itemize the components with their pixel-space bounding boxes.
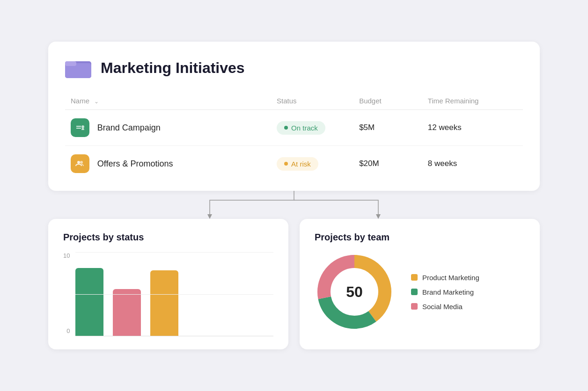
table-row: Offers & Promotions At risk $20M 8 weeks	[65, 146, 523, 182]
row-name-cell: Offers & Promotions	[65, 146, 271, 182]
col-time: Time Remaining	[422, 92, 523, 110]
bar-pink	[113, 289, 141, 336]
connector	[48, 191, 540, 219]
row1-status-cell: On track	[271, 110, 353, 146]
row2-status-cell: At risk	[271, 146, 353, 182]
status-dot-green	[284, 126, 288, 130]
col-budget: Budget	[353, 92, 422, 110]
sort-icon[interactable]: ⌄	[94, 98, 99, 105]
svg-rect-2	[65, 61, 76, 66]
top-card: Marketing Initiatives Name ⌄ Status Budg…	[48, 42, 540, 191]
col-name: Name ⌄	[65, 92, 271, 110]
table-row: Brand Campaign On track $5M 12 weeks	[65, 110, 523, 146]
legend-dot-pink	[411, 303, 418, 310]
connector-svg	[154, 191, 434, 219]
donut-area: 50 Product Marketing Brand Marketing Soc…	[315, 252, 525, 332]
donut-chart-title: Projects by team	[315, 232, 525, 243]
bottom-row: Projects by status 10 0 Project	[48, 219, 540, 349]
status-badge-on-track: On track	[277, 121, 325, 135]
legend-label-brand-marketing: Brand Marketing	[422, 288, 474, 296]
row1-time: 12 weeks	[422, 110, 523, 146]
legend-dot-green	[411, 289, 418, 295]
row2-time: 8 weeks	[422, 146, 523, 182]
legend-item-social-media: Social Media	[411, 303, 479, 311]
offers-promotions-icon	[71, 154, 89, 173]
donut-chart-card: Projects by team 50	[300, 219, 540, 349]
page-title: Marketing Initiatives	[101, 59, 245, 77]
row-name-cell: Brand Campaign	[65, 110, 271, 146]
bar-chart-card: Projects by status 10 0	[48, 219, 288, 349]
svg-point-3	[81, 125, 84, 128]
bar-green	[75, 268, 103, 336]
grid-line-mid	[75, 294, 273, 295]
legend-label-product-marketing: Product Marketing	[422, 274, 479, 282]
bar-chart-area: 10 0	[63, 252, 273, 336]
bar-orange	[150, 270, 178, 336]
row2-budget: $20M	[353, 146, 422, 182]
bar-chart-inner	[75, 252, 273, 336]
legend-dot-orange	[411, 274, 418, 281]
donut-center-value: 50	[346, 283, 363, 301]
donut-container: 50	[315, 252, 394, 332]
legend-label-social-media: Social Media	[422, 303, 463, 311]
svg-point-5	[80, 161, 83, 164]
grid-line-top	[75, 252, 273, 253]
bar-chart-y-labels: 10 0	[63, 252, 70, 336]
folder-icon	[65, 55, 91, 81]
row2-name: Offers & Promotions	[97, 159, 173, 168]
svg-point-4	[77, 161, 80, 164]
row1-budget: $5M	[353, 110, 422, 146]
row1-name: Brand Campaign	[97, 123, 161, 132]
status-badge-at-risk: At risk	[277, 157, 318, 171]
card-header: Marketing Initiatives	[65, 55, 523, 81]
initiatives-table: Name ⌄ Status Budget Time Remaining	[65, 92, 523, 181]
status-dot-orange	[284, 162, 288, 166]
brand-campaign-icon	[71, 118, 89, 137]
legend-item-brand-marketing: Brand Marketing	[411, 288, 479, 296]
bar-chart-title: Projects by status	[63, 232, 273, 243]
legend-item-product-marketing: Product Marketing	[411, 274, 479, 282]
col-status: Status	[271, 92, 353, 110]
donut-legend: Product Marketing Brand Marketing Social…	[411, 274, 479, 311]
